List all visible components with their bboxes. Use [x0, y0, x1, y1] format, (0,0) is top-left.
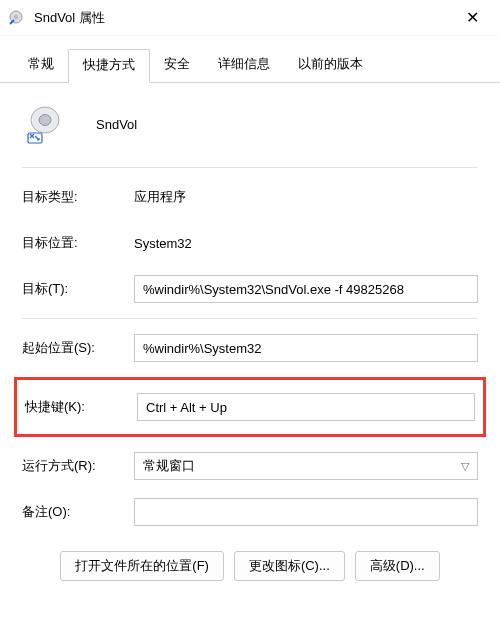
svg-point-1 [14, 14, 18, 18]
row-comment: 备注(O): [22, 495, 478, 529]
tab-previous-versions[interactable]: 以前的版本 [284, 49, 377, 83]
label-target-type: 目标类型: [22, 188, 134, 206]
tab-details[interactable]: 详细信息 [204, 49, 284, 83]
advanced-button[interactable]: 高级(D)... [355, 551, 440, 581]
tab-shortcut[interactable]: 快捷方式 [68, 49, 150, 83]
start-in-input[interactable] [134, 334, 478, 362]
change-icon-button[interactable]: 更改图标(C)... [234, 551, 345, 581]
value-target-type: 应用程序 [134, 188, 186, 206]
tab-strip: 常规 快捷方式 安全 详细信息 以前的版本 [0, 36, 500, 83]
app-title-icon [8, 9, 26, 27]
run-select-value: 常规窗口 [143, 457, 195, 475]
app-header-row: SndVol [22, 97, 478, 163]
label-run: 运行方式(R): [22, 457, 134, 475]
button-row: 打开文件所在的位置(F) 更改图标(C)... 高级(D)... [22, 551, 478, 581]
app-name: SndVol [96, 117, 137, 132]
titlebar: SndVol 属性 ✕ [0, 0, 500, 36]
value-target-location: System32 [134, 236, 192, 251]
label-target: 目标(T): [22, 280, 134, 298]
app-icon [26, 103, 68, 145]
highlight-shortcut-key: 快捷键(K): [14, 377, 486, 437]
divider [22, 167, 478, 168]
label-start-in: 起始位置(S): [22, 339, 134, 357]
window-title: SndVol 属性 [34, 9, 452, 27]
label-comment: 备注(O): [22, 503, 134, 521]
tab-general[interactable]: 常规 [14, 49, 68, 83]
row-start-in: 起始位置(S): [22, 331, 478, 365]
svg-point-3 [39, 115, 51, 126]
row-shortcut-key: 快捷键(K): [25, 390, 475, 424]
run-select[interactable]: 常规窗口 ▽ [134, 452, 478, 480]
divider [22, 318, 478, 319]
tab-security[interactable]: 安全 [150, 49, 204, 83]
label-target-location: 目标位置: [22, 234, 134, 252]
row-target: 目标(T): [22, 272, 478, 306]
target-input[interactable] [134, 275, 478, 303]
row-target-type: 目标类型: 应用程序 [22, 180, 478, 214]
row-target-location: 目标位置: System32 [22, 226, 478, 260]
shortcut-panel: SndVol 目标类型: 应用程序 目标位置: System32 目标(T): … [0, 83, 500, 595]
comment-input[interactable] [134, 498, 478, 526]
close-button[interactable]: ✕ [452, 3, 492, 33]
chevron-down-icon: ▽ [461, 460, 469, 473]
row-run: 运行方式(R): 常规窗口 ▽ [22, 449, 478, 483]
shortcut-key-input[interactable] [137, 393, 475, 421]
label-shortcut-key: 快捷键(K): [25, 398, 137, 416]
open-file-location-button[interactable]: 打开文件所在的位置(F) [60, 551, 224, 581]
